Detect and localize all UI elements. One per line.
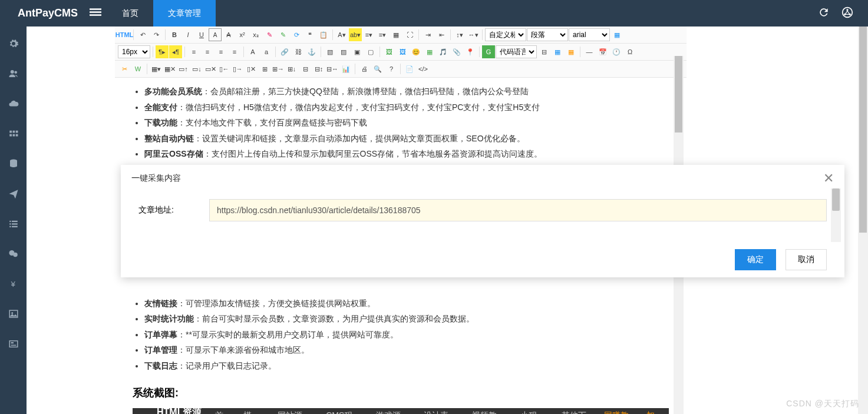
print-icon[interactable]: 🖨: [358, 62, 371, 75]
redo-icon[interactable]: ↷: [150, 28, 163, 41]
row-before-icon[interactable]: ▭↑: [177, 62, 190, 75]
tab-home[interactable]: 首页: [107, 0, 153, 27]
row-after-icon[interactable]: ▭↓: [190, 62, 203, 75]
banner-nav-item[interactable]: 小程序▼: [520, 410, 547, 414]
custom-style-select[interactable]: 自定义标题: [485, 28, 526, 41]
tab-article-mgmt[interactable]: 文章管理: [153, 0, 216, 27]
multi-image-icon[interactable]: 🖼: [396, 45, 409, 58]
bold-icon[interactable]: B: [168, 28, 181, 41]
menu-toggle-icon[interactable]: [90, 6, 101, 20]
article-url-input[interactable]: [209, 199, 827, 221]
direction-ltr-icon[interactable]: ¶▸: [156, 45, 169, 58]
font-color-icon[interactable]: A▾: [335, 28, 348, 41]
underline-icon[interactable]: U: [195, 28, 208, 41]
date-icon[interactable]: 📅: [596, 45, 609, 58]
sidebar-users-icon[interactable]: [8, 68, 19, 81]
split-cells-icon[interactable]: ⊟: [299, 62, 312, 75]
merge-cells-icon[interactable]: ⊞: [258, 62, 271, 75]
uppercase-icon[interactable]: A: [246, 45, 259, 58]
line-height-icon[interactable]: ↕▾: [453, 28, 466, 41]
sidebar-gears-icon[interactable]: [8, 38, 19, 51]
paragraph-select[interactable]: 段落: [527, 28, 568, 41]
sidebar-send-icon[interactable]: [8, 188, 19, 201]
background-icon[interactable]: ▦: [565, 45, 577, 58]
template-icon[interactable]: ▦: [551, 45, 564, 58]
close-icon[interactable]: ✕: [823, 171, 834, 186]
strikethrough-icon[interactable]: A: [222, 28, 235, 41]
link-icon[interactable]: 🔗: [278, 45, 291, 58]
autoformat-icon[interactable]: ⟳: [290, 28, 303, 41]
banner-nav-item[interactable]: 网站源码▼: [278, 410, 311, 414]
col-after-icon[interactable]: ▯→: [231, 62, 244, 75]
letter-spacing-icon[interactable]: ↔▾: [467, 28, 480, 41]
ordered-list-icon[interactable]: ≡▾: [376, 28, 389, 41]
banner-nav-item[interactable]: 首页: [215, 410, 229, 414]
align-left-icon[interactable]: ≡: [187, 45, 200, 58]
code-icon[interactable]: </>: [417, 62, 430, 75]
banner-nav-item[interactable]: 游戏源码▼: [376, 410, 410, 414]
chart-icon[interactable]: 📊: [339, 62, 352, 75]
img-none-icon[interactable]: ▢: [364, 45, 377, 58]
anchor-icon[interactable]: ⚓: [305, 45, 318, 58]
main-scrollbar[interactable]: [858, 27, 868, 414]
snapscreen-icon[interactable]: ✂: [118, 62, 131, 75]
modal-scrollbar[interactable]: [831, 188, 841, 242]
scrawl-icon[interactable]: ▦: [423, 45, 436, 58]
indent-icon[interactable]: ⇥: [421, 28, 434, 41]
insert-image-icon[interactable]: 🖼: [382, 45, 395, 58]
row-delete-icon[interactable]: ▭✕: [204, 62, 217, 75]
clear-format-icon[interactable]: ✎: [263, 28, 276, 41]
quote-icon[interactable]: ❝: [303, 28, 316, 41]
special-char-icon[interactable]: Ω: [623, 45, 636, 58]
unordered-list-icon[interactable]: ≡▾: [362, 28, 375, 41]
undo-icon[interactable]: ↶: [136, 28, 149, 41]
fullscreen-icon[interactable]: ⛶: [403, 28, 416, 41]
select-all-icon[interactable]: ▦: [390, 28, 402, 41]
col-delete-icon[interactable]: ▯✕: [245, 62, 258, 75]
font-size-select[interactable]: 16px: [118, 45, 150, 58]
sidebar-image-icon[interactable]: [8, 309, 19, 321]
img-center-icon[interactable]: ▣: [351, 45, 364, 58]
help-icon[interactable]: ?: [385, 62, 398, 75]
banner-nav-item[interactable]: 其他下载: [562, 410, 589, 414]
time-icon[interactable]: 🕐: [610, 45, 623, 58]
video-icon[interactable]: 🎵: [437, 45, 450, 58]
lowercase-icon[interactable]: a: [260, 45, 273, 58]
align-justify-icon[interactable]: ≡: [228, 45, 241, 58]
direction-rtl-icon[interactable]: ◂¶: [169, 45, 182, 58]
html-source-btn[interactable]: HTML: [118, 28, 131, 41]
search-replace-icon[interactable]: 🔍: [371, 62, 384, 75]
font-family-select[interactable]: arial: [569, 28, 610, 41]
sidebar-grid-icon[interactable]: [8, 128, 19, 141]
share-icon[interactable]: [841, 6, 853, 20]
map-icon[interactable]: 📍: [464, 45, 477, 58]
draft-icon[interactable]: 📄: [403, 62, 416, 75]
banner-nav-item[interactable]: 模板▼: [243, 410, 263, 414]
banner-nav-item[interactable]: 设计素材▼: [424, 410, 457, 414]
sidebar-card-icon[interactable]: [8, 339, 19, 351]
subscript-icon[interactable]: x₂: [249, 28, 262, 41]
sidebar-cloud-icon[interactable]: [8, 98, 19, 111]
banner-nav-item[interactable]: 加盟: [646, 410, 660, 414]
unlink-icon[interactable]: ⛓: [292, 45, 305, 58]
sidebar-wechat-icon[interactable]: [8, 249, 19, 261]
sidebar-database-icon[interactable]: [8, 158, 19, 171]
confirm-button[interactable]: 确定: [735, 249, 776, 270]
emoji-icon[interactable]: 😊: [410, 45, 423, 58]
code-lang-select[interactable]: 代码语言: [496, 45, 537, 58]
italic-icon[interactable]: I: [181, 28, 194, 41]
sidebar-yen-icon[interactable]: ¥: [8, 279, 19, 291]
paste-plain-icon[interactable]: 📋: [317, 28, 330, 41]
wordimage-icon[interactable]: W: [131, 62, 144, 75]
font-border-icon[interactable]: A: [209, 28, 222, 41]
preview-icon[interactable]: ▦: [610, 28, 623, 41]
table-icon[interactable]: ▦▾: [150, 62, 163, 75]
bg-color-icon[interactable]: ab▾: [349, 28, 362, 41]
merge-right-icon[interactable]: ⊞→: [272, 62, 285, 75]
align-center-icon[interactable]: ≡: [201, 45, 214, 58]
img-left-icon[interactable]: ▧: [324, 45, 336, 58]
hr-icon[interactable]: —: [583, 45, 596, 58]
img-right-icon[interactable]: ▨: [337, 45, 350, 58]
pagebreak-icon[interactable]: ⊟: [537, 45, 550, 58]
split-rows-icon[interactable]: ⊟↕: [312, 62, 325, 75]
